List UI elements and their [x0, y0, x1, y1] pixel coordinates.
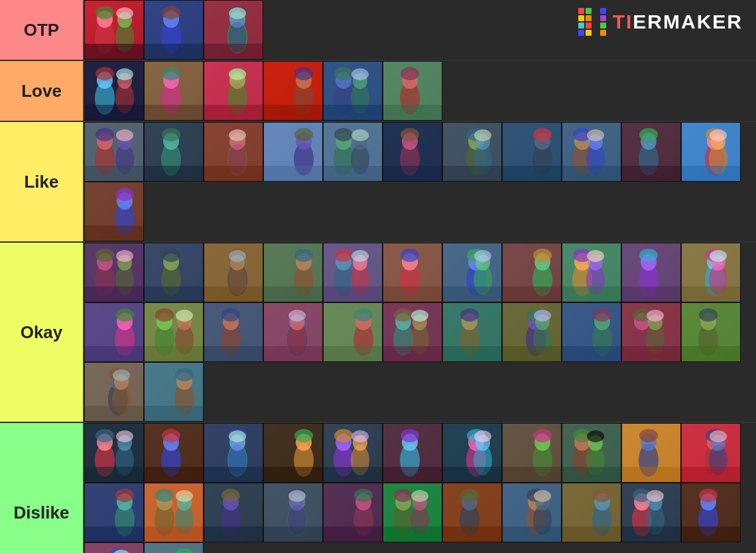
svg-rect-241 [324, 346, 383, 362]
svg-point-396 [354, 489, 373, 502]
logo-grid [578, 8, 606, 36]
svg-point-209 [710, 250, 727, 262]
svg-rect-423 [562, 526, 621, 542]
svg-point-149 [162, 249, 180, 262]
svg-point-71 [162, 128, 180, 141]
svg-point-188 [533, 249, 552, 262]
svg-rect-106 [443, 166, 502, 182]
svg-point-339 [474, 430, 491, 442]
svg-rect-236 [264, 346, 323, 362]
svg-rect-293 [145, 406, 204, 422]
tier-card-dis10 [621, 423, 681, 483]
tier-card-dis18 [442, 483, 502, 542]
svg-rect-353 [562, 467, 621, 483]
tier-card-dis3 [204, 423, 263, 483]
logo-pixel [600, 23, 606, 29]
tier-content-love [83, 61, 756, 121]
logo-pixel [578, 15, 584, 21]
svg-point-391 [288, 490, 306, 502]
svg-rect-314 [204, 467, 263, 483]
tier-card-like1 [84, 122, 144, 182]
svg-rect-111 [503, 166, 562, 182]
tier-card-okay13 [144, 302, 204, 362]
svg-rect-46 [264, 105, 323, 121]
svg-point-3 [95, 6, 114, 19]
svg-rect-280 [682, 346, 741, 362]
svg-rect-197 [562, 286, 621, 302]
tier-card-like8 [502, 122, 562, 182]
svg-point-214 [115, 308, 134, 322]
tier-card-love2 [144, 61, 204, 121]
svg-rect-210 [682, 286, 741, 302]
tier-card-love5 [323, 61, 383, 121]
svg-point-430 [647, 490, 664, 502]
svg-rect-119 [562, 166, 621, 182]
tier-label-okay: Okay [0, 243, 83, 422]
tier-card-love1 [84, 61, 144, 121]
svg-rect-405 [383, 526, 442, 542]
svg-point-118 [587, 129, 604, 141]
svg-rect-445 [145, 543, 204, 553]
svg-rect-33 [145, 105, 204, 121]
svg-rect-275 [622, 346, 681, 362]
tier-card-okay24 [144, 362, 204, 422]
svg-rect-93 [324, 166, 383, 182]
tier-label-love: Love [0, 61, 83, 121]
tier-card-like4 [263, 122, 323, 182]
tier-card-dis15 [263, 483, 323, 542]
tier-table: OTPLoveLikeOkayDislikeHate??? [0, 0, 756, 553]
tier-label-dislike: Dislike [0, 423, 83, 553]
svg-rect-163 [264, 286, 323, 302]
tier-card-like6 [383, 122, 442, 182]
tier-card-okay22 [681, 302, 741, 362]
svg-rect-7 [85, 44, 144, 60]
svg-point-136 [115, 188, 134, 201]
svg-point-63 [95, 128, 114, 141]
tier-card-like11 [681, 122, 741, 182]
svg-point-365 [710, 430, 727, 442]
svg-rect-371 [85, 526, 144, 542]
svg-rect-392 [264, 526, 323, 542]
logo-pixel [578, 30, 584, 36]
tier-card-okay3 [204, 243, 263, 302]
tier-card-dis9 [562, 423, 621, 483]
svg-point-417 [534, 490, 551, 502]
svg-rect-67 [85, 166, 144, 182]
svg-rect-228 [204, 346, 263, 362]
tier-card-okay1 [84, 243, 144, 302]
svg-point-40 [229, 68, 246, 80]
svg-rect-288 [85, 406, 144, 422]
svg-point-357 [639, 429, 658, 442]
svg-rect-85 [264, 166, 323, 182]
tier-card-dis2 [144, 423, 204, 483]
tier-card-otp1 [84, 0, 144, 60]
tier-card-dis23 [84, 542, 144, 553]
svg-point-6 [116, 7, 133, 19]
svg-point-89 [334, 128, 353, 141]
svg-rect-327 [324, 467, 383, 483]
svg-point-422 [593, 489, 611, 502]
svg-point-167 [334, 249, 353, 262]
tier-card-okay4 [263, 243, 323, 302]
logo-pixel [586, 23, 592, 29]
svg-point-297 [95, 429, 114, 442]
svg-rect-176 [383, 286, 442, 302]
svg-point-331 [401, 429, 419, 442]
svg-point-404 [411, 490, 428, 502]
svg-rect-72 [145, 166, 204, 182]
svg-point-24 [95, 67, 114, 80]
logo-pixel [593, 8, 599, 14]
svg-point-66 [116, 129, 133, 141]
logo-pixel [593, 15, 599, 21]
tier-content-like [83, 122, 756, 241]
tier-row-okay: Okay [0, 243, 756, 423]
tier-card-like5 [323, 122, 383, 182]
svg-rect-332 [383, 467, 442, 483]
logo-pixel [593, 23, 599, 29]
tier-card-dis20 [562, 483, 621, 542]
svg-point-97 [401, 128, 419, 141]
svg-point-401 [394, 489, 412, 502]
svg-point-27 [116, 68, 133, 80]
svg-point-227 [221, 308, 240, 322]
tier-card-okay7 [442, 243, 502, 302]
